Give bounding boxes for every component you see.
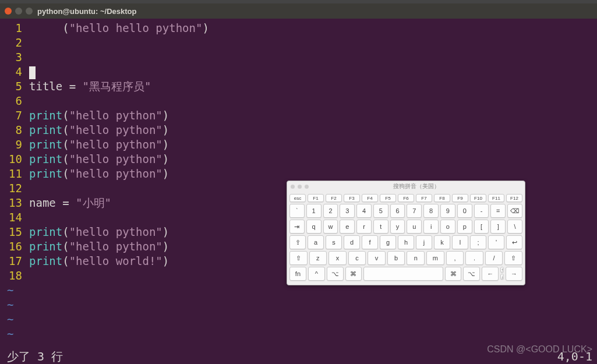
code-line[interactable]: 4 bbox=[0, 65, 597, 79]
key-esc[interactable]: esc bbox=[289, 194, 306, 202]
key-f6[interactable]: F6 bbox=[398, 194, 414, 202]
key-r[interactable]: r bbox=[356, 220, 372, 234]
key-9[interactable]: 9 bbox=[440, 204, 455, 218]
key-fn[interactable]: fn bbox=[289, 267, 306, 281]
code-content[interactable]: print("hello python") bbox=[29, 108, 169, 123]
code-line[interactable]: 11print("hello python") bbox=[0, 167, 597, 181]
code-content[interactable] bbox=[29, 65, 36, 79]
key-⇧[interactable]: ⇧ bbox=[504, 251, 522, 265]
key-\[interactable]: \ bbox=[507, 220, 522, 234]
key-f10[interactable]: F10 bbox=[470, 194, 486, 202]
key-q[interactable]: q bbox=[306, 220, 322, 234]
code-line[interactable]: 8print("hello python") bbox=[0, 123, 597, 137]
key-0[interactable]: 0 bbox=[457, 204, 472, 218]
key-⌥[interactable]: ⌥ bbox=[327, 267, 344, 281]
key-w[interactable]: w bbox=[323, 220, 338, 234]
key-←[interactable]: ← bbox=[482, 267, 499, 281]
code-line[interactable]: 6 bbox=[0, 94, 597, 108]
key-`[interactable]: ` bbox=[289, 204, 305, 218]
key-=[interactable]: = bbox=[490, 204, 506, 218]
code-line[interactable]: 10print("hello python") bbox=[0, 152, 597, 167]
code-content[interactable]: print("hello python") bbox=[29, 225, 169, 239]
key-o[interactable]: o bbox=[440, 220, 455, 234]
key-8[interactable]: 8 bbox=[423, 204, 439, 218]
key-,[interactable]: , bbox=[446, 251, 464, 265]
key-4[interactable]: 4 bbox=[356, 204, 372, 218]
key-b[interactable]: b bbox=[387, 251, 405, 265]
key-f[interactable]: f bbox=[362, 235, 378, 249]
key-⌘[interactable]: ⌘ bbox=[445, 267, 462, 281]
key-⇪[interactable]: ⇪ bbox=[289, 235, 306, 249]
key-1[interactable]: 1 bbox=[306, 204, 322, 218]
key-[interactable] bbox=[363, 267, 443, 281]
key-5[interactable]: 5 bbox=[373, 204, 388, 218]
code-line[interactable]: 7print("hello python") bbox=[0, 108, 597, 123]
keyboard-header[interactable]: 搜狗拼音（美国） bbox=[287, 181, 525, 192]
key-f8[interactable]: F8 bbox=[434, 194, 450, 202]
key-f1[interactable]: F1 bbox=[308, 194, 324, 202]
key-/[interactable]: / bbox=[485, 251, 503, 265]
close-icon[interactable] bbox=[5, 8, 12, 15]
key-h[interactable]: h bbox=[398, 235, 414, 249]
key-f3[interactable]: F3 bbox=[344, 194, 360, 202]
code-line[interactable]: 1 ("hello hello python") bbox=[0, 21, 597, 36]
key-2[interactable]: 2 bbox=[323, 204, 338, 218]
key-v[interactable]: v bbox=[368, 251, 386, 265]
key-↩[interactable]: ↩ bbox=[506, 235, 522, 249]
code-line[interactable]: 3 bbox=[0, 50, 597, 65]
key-f12[interactable]: F12 bbox=[506, 194, 522, 202]
code-content[interactable]: print("hello python") bbox=[29, 123, 169, 137]
key-f2[interactable]: F2 bbox=[326, 194, 342, 202]
key-6[interactable]: 6 bbox=[390, 204, 405, 218]
code-content[interactable]: print("hello python") bbox=[29, 137, 169, 152]
key-'[interactable]: ' bbox=[488, 235, 504, 249]
key-m[interactable]: m bbox=[426, 251, 444, 265]
key-y[interactable]: y bbox=[390, 220, 405, 234]
key-⇥[interactable]: ⇥ bbox=[289, 220, 305, 234]
code-line[interactable]: 2 bbox=[0, 36, 597, 50]
key-.[interactable]: . bbox=[465, 251, 483, 265]
key-j[interactable]: j bbox=[416, 235, 432, 249]
key-l[interactable]: l bbox=[452, 235, 468, 249]
code-content[interactable]: title = "黑马程序员" bbox=[29, 79, 151, 94]
onscreen-keyboard[interactable]: 搜狗拼音（美国） escF1F2F3F4F5F6F7F8F9F10F11F12 … bbox=[287, 181, 525, 285]
key--[interactable]: - bbox=[474, 204, 489, 218]
code-content[interactable]: print("hello python") bbox=[29, 167, 169, 181]
titlebar[interactable]: python@ubuntu: ~/Desktop bbox=[0, 3, 597, 19]
key-g[interactable]: g bbox=[380, 235, 396, 249]
key-d[interactable]: d bbox=[344, 235, 360, 249]
key-p[interactable]: p bbox=[457, 220, 472, 234]
code-content[interactable]: print("hello python") bbox=[29, 239, 169, 254]
maximize-icon[interactable] bbox=[26, 8, 33, 15]
key-t[interactable]: t bbox=[373, 220, 388, 234]
code-line[interactable]: 5title = "黑马程序员" bbox=[0, 79, 597, 94]
key-u[interactable]: u bbox=[407, 220, 422, 234]
key-3[interactable]: 3 bbox=[340, 204, 355, 218]
key-c[interactable]: c bbox=[348, 251, 366, 265]
key-e[interactable]: e bbox=[340, 220, 355, 234]
key-⇧[interactable]: ⇧ bbox=[289, 251, 308, 265]
key-;[interactable]: ; bbox=[470, 235, 486, 249]
key-^[interactable]: ^ bbox=[308, 267, 325, 281]
key-7[interactable]: 7 bbox=[407, 204, 422, 218]
key-[[interactable]: [ bbox=[474, 220, 489, 234]
code-content[interactable]: print("hello world!") bbox=[29, 254, 169, 268]
key-↑[interactable]: ↑ bbox=[500, 267, 504, 273]
key-⌘[interactable]: ⌘ bbox=[345, 267, 362, 281]
key-f9[interactable]: F9 bbox=[452, 194, 468, 202]
key-→[interactable]: → bbox=[506, 267, 522, 281]
key-n[interactable]: n bbox=[407, 251, 425, 265]
key-x[interactable]: x bbox=[328, 251, 347, 265]
code-content[interactable]: name = "小明" bbox=[29, 196, 111, 210]
key-a[interactable]: a bbox=[308, 235, 324, 249]
key-f11[interactable]: F11 bbox=[488, 194, 504, 202]
code-content[interactable]: print("hello python") bbox=[29, 152, 169, 167]
key-⌥[interactable]: ⌥ bbox=[463, 267, 480, 281]
key-k[interactable]: k bbox=[434, 235, 450, 249]
key-↓[interactable]: ↓ bbox=[500, 274, 504, 280]
minimize-icon[interactable] bbox=[15, 8, 22, 15]
key-z[interactable]: z bbox=[309, 251, 327, 265]
key-⌫[interactable]: ⌫ bbox=[507, 204, 522, 218]
code-content[interactable]: ("hello hello python") bbox=[29, 21, 209, 36]
key-][interactable]: ] bbox=[490, 220, 506, 234]
